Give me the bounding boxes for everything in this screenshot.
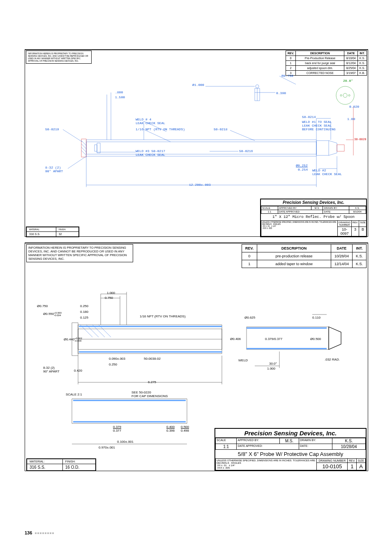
svg-rect-9 — [316, 141, 329, 155]
thread-spec: 8-32 (2) 90° APART — [45, 166, 63, 173]
svg-line-7 — [81, 147, 86, 152]
dim-125b: 0.125 — [80, 316, 88, 319]
material-box-bottom: MATERIAL:FINISH: 316 S.S.16 O.D. — [26, 458, 96, 471]
drawing-bottom: INFORMATION HEREIN IS PROPRIETARY TO PRE… — [25, 243, 368, 473]
dim-1000b: 1.000 — [107, 291, 115, 295]
material-box-top: MATERIAL:FINISH: 316 S.S.32 — [26, 227, 79, 237]
part-50-0218: 50-0218 — [214, 127, 228, 131]
ang-30b: 30.0° — [269, 362, 277, 365]
npt-b: 1/16 NPT (RTV ON THREADS) — [140, 314, 186, 318]
angle-20: 20.0° — [343, 79, 353, 83]
see-0220: SEE 50-0220 FOR CAP DIMENSIONS — [131, 391, 168, 398]
thread-b: 8-32 (2) 90° APART — [43, 366, 60, 373]
dim-254: 0.254 — [298, 168, 308, 171]
dim-250b: 0.250 — [80, 304, 88, 308]
dia-625b: Ø0.625 — [244, 316, 255, 319]
dia-440b: Ø0.440+0.002 -0.000 — [64, 337, 82, 342]
svg-rect-3 — [95, 145, 97, 151]
fr379b: 0.379/0.377 — [265, 337, 282, 341]
dim-090b: 0.090±.003 — [109, 357, 125, 361]
dia-252: Ø0.252 — [296, 164, 308, 167]
svg-rect-0 — [86, 142, 316, 154]
svg-rect-1 — [86, 140, 316, 156]
dim-6275b: 6.275 — [148, 380, 156, 384]
fr400: 0.4000.398 — [166, 425, 175, 432]
dia-550b: Ø0.550+0.000 -0.004 — [43, 312, 62, 317]
npt-top: 1/16 NPT (RTV ON THREADS) — [136, 127, 185, 131]
svg-rect-10 — [337, 145, 344, 151]
dim-020: 0.020 — [349, 105, 359, 109]
svg-point-11 — [336, 86, 354, 104]
fr500: 0.5000.498 — [181, 425, 189, 432]
dim-180b: 0.180 — [80, 310, 88, 314]
dim-100: 1.00 — [347, 117, 355, 121]
dim-100b: 0.100±.001 — [117, 440, 134, 444]
titleblock-bottom: Precision Sensing Devices, Inc. SCALE AP… — [214, 428, 367, 471]
dia-500b: Ø0.500 — [310, 337, 321, 341]
dia-750b: Ø0.750 — [37, 304, 48, 308]
dim-750b: 0.750 — [105, 296, 113, 300]
svg-point-14 — [348, 95, 350, 96]
svg-point-12 — [343, 93, 347, 97]
part-50-0038b: 50-0038-02 — [144, 357, 161, 361]
dim-diameter: Ø1.000 — [192, 83, 204, 87]
drawing-top: INFORMATION HEREIN IS PROPRIETARY TO PRE… — [25, 49, 368, 238]
dim-1000b2: 1.000 — [267, 367, 275, 370]
weld3: WELD #3 50-0217 LEAK CHECK SEAL — [136, 149, 165, 157]
part-50-0216: 50-0216 — [239, 149, 253, 153]
scale21: SCALE 2:1 — [66, 393, 82, 396]
svg-point-13 — [340, 95, 342, 96]
weld-b: WELD — [238, 358, 248, 362]
svg-line-5 — [81, 141, 86, 146]
weld2: WELD #2 LEAK CHECK SEAL — [312, 169, 342, 176]
svg-line-8 — [81, 150, 86, 155]
dim-390: 0.390 — [276, 91, 286, 95]
dim-800: .800 — [115, 90, 123, 94]
rad-032b: .032 RAD. — [325, 358, 340, 361]
dim-110b: 0.110 — [312, 316, 321, 319]
svg-line-6 — [81, 144, 86, 149]
svg-line-24 — [63, 130, 82, 142]
weld4: WELD # 4 LEAK CHECK SEAL — [136, 118, 165, 125]
radius: R0.750 — [281, 74, 293, 78]
svg-point-17 — [256, 85, 259, 88]
page-number: 136 — [25, 530, 54, 535]
svg-rect-4 — [97, 143, 100, 153]
weld1: WELD #1 TO SEAL LEAK CHECK SEAL BEFORE C… — [302, 120, 336, 131]
svg-line-26 — [144, 130, 171, 142]
dim-970b: 0.970±.001 — [99, 446, 115, 449]
svg-line-28 — [68, 156, 86, 169]
dim-250b2: 0.250 — [109, 363, 117, 366]
svg-line-30 — [230, 130, 255, 141]
dim-1500: 1.500 — [115, 95, 125, 99]
part-50-0219: 50-0219 — [45, 127, 59, 131]
overall-len: 12.200±.003 — [189, 183, 211, 187]
svg-rect-62 — [72, 399, 187, 423]
dim-420b: 0.420 — [74, 369, 82, 372]
dia-406b: Ø0.406 — [230, 337, 241, 341]
titleblock-top: Precision Sensing Devices, Inc. SCALE AP… — [260, 199, 367, 237]
part-50-0214: 50-0214 — [302, 115, 316, 119]
part-30-0020: 30-0020 — [354, 138, 366, 141]
fr379: 0.3790.377 — [113, 425, 121, 432]
